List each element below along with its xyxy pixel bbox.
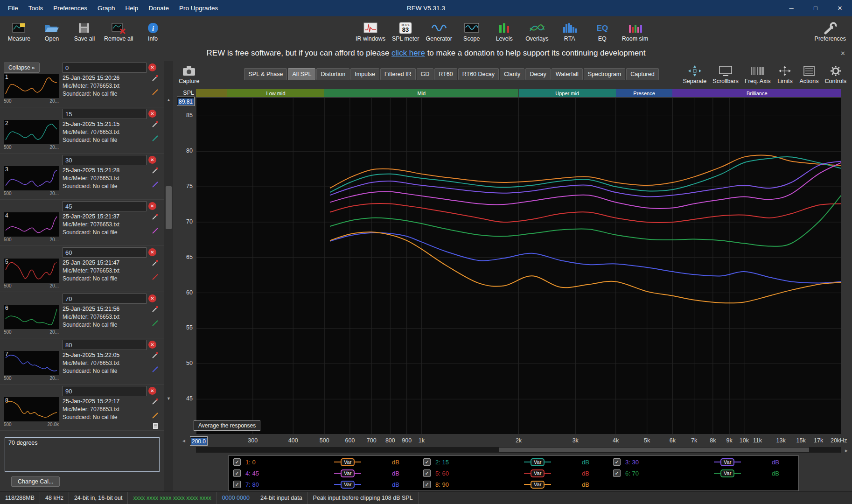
var-button[interactable]: Var [531, 458, 545, 466]
scrollbar-thumb[interactable] [166, 186, 172, 229]
axis-scroll-left-icon[interactable]: ◄ [182, 438, 186, 443]
var-button[interactable]: Var [341, 481, 355, 489]
toolbar-button-spl-meter[interactable]: dB SPL83SPL meter [389, 21, 423, 43]
var-button[interactable]: Var [341, 469, 355, 477]
tab-gd[interactable]: GD [417, 68, 434, 80]
measurement-item-3[interactable]: 30✕350020...25-Jan-2025 15:21:28Mic/Mete… [0, 154, 164, 200]
graph-control-freq-axis[interactable]: Freq. Axis [745, 64, 771, 84]
delete-measurement-button[interactable]: ✕ [148, 110, 156, 118]
measurement-item-2[interactable]: 15✕250020...25-Jan-2025 15:21:15Mic/Mete… [0, 107, 164, 154]
measurement-item-5[interactable]: 60✕550020...25-Jan-2025 15:21:47Mic/Mete… [0, 246, 164, 292]
trace-color-icon[interactable] [151, 134, 160, 143]
toolbar-button-save-all[interactable]: Save all [68, 21, 101, 43]
change-cal-button[interactable]: Change Cal... [11, 476, 60, 487]
tab-clarity[interactable]: Clarity [500, 68, 524, 80]
var-button[interactable]: Var [720, 458, 734, 466]
trace-color-icon[interactable] [151, 365, 160, 374]
measurement-thumbnail[interactable]: 4 [4, 212, 59, 237]
legend-checkbox[interactable]: ✓ [613, 458, 621, 466]
delete-measurement-button[interactable]: ✕ [148, 248, 156, 256]
toolbar-button-open[interactable]: Open [35, 21, 68, 43]
trace-color-icon[interactable] [151, 273, 160, 281]
measurement-name-input[interactable]: 70 [63, 294, 147, 304]
trace-color-icon[interactable] [151, 412, 160, 420]
capture-button[interactable]: Capture [179, 64, 199, 84]
tab-distortion[interactable]: Distortion [316, 68, 349, 80]
trace-options-icon[interactable] [151, 213, 160, 221]
toolbar-button-rta[interactable]: RTA [553, 21, 586, 43]
trace-options-icon[interactable] [151, 398, 160, 406]
trace-options-icon[interactable] [151, 167, 160, 175]
toolbar-button-info[interactable]: iInfo [137, 21, 169, 43]
notes-field[interactable]: 70 degrees [5, 437, 160, 472]
menu-help[interactable]: Help [120, 3, 144, 14]
measurement-name-input[interactable]: 90 [63, 386, 147, 396]
trace-color-icon[interactable] [151, 227, 160, 235]
tab-captured[interactable]: Captured [626, 68, 658, 80]
toolbar-button-ir-windows[interactable]: IR windows [352, 21, 389, 43]
maximize-button[interactable]: □ [803, 0, 828, 16]
var-button[interactable]: Var [531, 481, 545, 489]
graph-control-scrollbars[interactable]: Scrollbars [712, 64, 739, 84]
measurement-thumbnail[interactable]: 5 [4, 259, 59, 283]
measurement-name-input[interactable]: 45 [63, 201, 147, 211]
var-button[interactable]: Var [341, 458, 355, 466]
trace-options-icon[interactable] [151, 259, 160, 267]
scroll-up-icon[interactable]: ▲ [164, 97, 173, 103]
tab-rt60[interactable]: RT60 [434, 68, 457, 80]
delete-measurement-button[interactable]: ✕ [148, 341, 156, 349]
trace-options-icon[interactable] [151, 74, 160, 83]
measurements-scrollbar[interactable]: ▲ ▼ [164, 61, 173, 492]
trace-options-icon[interactable] [151, 305, 160, 314]
tab-decay[interactable]: Decay [525, 68, 550, 80]
menu-preferences[interactable]: Preferences [48, 3, 92, 14]
banner-close-icon[interactable]: ✕ [840, 48, 845, 60]
delete-measurement-button[interactable]: ✕ [148, 202, 156, 210]
x-axis-readout[interactable]: 200.0 [190, 436, 208, 446]
tab-impulse[interactable]: Impulse [350, 68, 379, 80]
measurement-item-1[interactable]: Collapse «0✕150020...25-Jan-2025 15:20:2… [0, 61, 164, 107]
measurement-thumbnail[interactable]: 1 [4, 74, 59, 98]
legend-checkbox[interactable]: ✓ [423, 458, 431, 466]
toolbar-button-measure[interactable]: Measure [3, 21, 35, 43]
legend-checkbox[interactable]: ✓ [233, 469, 241, 477]
delete-measurement-button[interactable]: ✕ [148, 156, 156, 164]
menu-tools[interactable]: Tools [23, 3, 49, 14]
measurement-name-input[interactable]: 15 [63, 109, 147, 119]
var-button[interactable]: Var [720, 469, 734, 477]
menu-pro-upgrades[interactable]: Pro Upgrades [174, 3, 223, 14]
measurement-thumbnail[interactable]: 2 [4, 120, 59, 144]
trace-options-icon[interactable] [151, 120, 160, 129]
minimize-button[interactable]: ─ [779, 0, 803, 16]
measurement-item-6[interactable]: 70✕650020...25-Jan-2025 15:21:56Mic/Mete… [0, 292, 164, 338]
toolbar-button-scope[interactable]: Scope [455, 21, 488, 43]
measurement-thumbnail[interactable]: 7 [4, 351, 59, 375]
trace-options-icon[interactable] [151, 351, 160, 360]
scroll-down-icon[interactable]: ▼ [164, 395, 173, 402]
delete-measurement-button[interactable]: ✕ [148, 294, 156, 302]
frequency-scrollbar[interactable] [196, 447, 841, 453]
menu-file[interactable]: File [3, 3, 23, 14]
legend-checkbox[interactable]: ✓ [233, 458, 241, 466]
tab-waterfall[interactable]: Waterfall [552, 68, 583, 80]
trace-color-icon[interactable] [151, 88, 160, 97]
toolbar-button-eq[interactable]: EQEQ [586, 21, 619, 43]
toolbar-button-generator[interactable]: Generator [423, 21, 455, 43]
measurement-thumbnail[interactable]: 8 [4, 397, 59, 421]
tab-spl-phase[interactable]: SPL & Phase [244, 68, 287, 80]
tab-rt60-decay[interactable]: RT60 Decay [458, 68, 499, 80]
trace-color-icon[interactable] [151, 181, 160, 189]
graph-control-limits[interactable]: Limits [776, 64, 793, 84]
legend-checkbox[interactable]: ✓ [423, 481, 431, 488]
toolbar-button-preferences[interactable]: Preferences [811, 21, 849, 43]
trace-color-icon[interactable] [151, 319, 160, 328]
graph-control-actions[interactable]: Actions [799, 64, 818, 84]
measurement-item-4[interactable]: 45✕450020...25-Jan-2025 15:21:37Mic/Mete… [0, 200, 164, 246]
menu-donate[interactable]: Donate [143, 3, 174, 14]
measurement-item-7[interactable]: 80✕750020...25-Jan-2025 15:22:05Mic/Mete… [0, 338, 164, 385]
legend-checkbox[interactable]: ✓ [233, 481, 241, 488]
spl-chart[interactable] [196, 98, 841, 434]
toolbar-button-room-sim[interactable]: Room sim [619, 21, 651, 43]
y-axis-readout[interactable]: 89.81 [173, 97, 195, 106]
measurement-name-input[interactable]: 0 [63, 63, 147, 73]
